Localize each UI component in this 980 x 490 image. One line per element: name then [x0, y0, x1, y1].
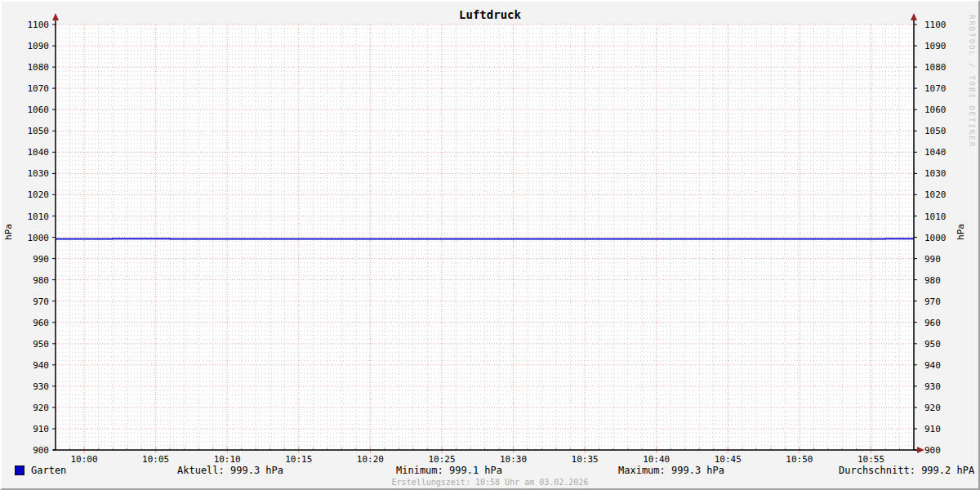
svg-text:950: 950	[33, 339, 49, 350]
svg-text:930: 930	[33, 381, 49, 392]
svg-text:910: 910	[924, 424, 941, 434]
rrdtool-graph: Luftdruck 110010901080107010601050104010…	[0, 0, 980, 490]
y-axis-arrow-right	[911, 13, 917, 20]
stat-maximum: Maximum: 999.3 hPa	[618, 465, 724, 476]
svg-text:1010: 1010	[28, 212, 50, 222]
stat-minimum: Minimum: 999.1 hPa	[396, 465, 502, 476]
svg-text:1020: 1020	[28, 189, 50, 200]
legend-swatch-garten	[15, 466, 24, 475]
svg-text:1040: 1040	[924, 147, 947, 158]
svg-text:1000: 1000	[28, 233, 50, 243]
stat-durchschnitt: Durchschnitt: 999.2 hPA	[839, 465, 974, 476]
svg-text:1090: 1090	[28, 41, 50, 51]
stat-aktuell: Aktuell: 999.3 hPa	[177, 465, 283, 476]
svg-text:10:45: 10:45	[715, 454, 742, 465]
svg-text:1030: 1030	[28, 168, 50, 179]
legend-label-garten: Garten	[31, 465, 66, 476]
svg-text:10:55: 10:55	[858, 454, 884, 465]
svg-text:1010: 1010	[924, 212, 947, 222]
svg-text:1050: 1050	[28, 126, 50, 136]
svg-text:1030: 1030	[924, 168, 947, 179]
svg-text:1040: 1040	[28, 147, 50, 158]
svg-text:10:25: 10:25	[428, 454, 455, 465]
y-axis-label-right: hPa	[956, 224, 966, 240]
svg-text:1070: 1070	[28, 83, 50, 94]
svg-text:990: 990	[924, 254, 941, 265]
svg-text:920: 920	[924, 403, 941, 413]
svg-text:10:20: 10:20	[357, 454, 384, 465]
svg-text:990: 990	[33, 254, 49, 265]
svg-text:980: 980	[924, 275, 941, 286]
svg-text:1100: 1100	[28, 20, 50, 30]
svg-text:1020: 1020	[924, 189, 947, 200]
svg-text:1080: 1080	[924, 62, 947, 73]
svg-text:1060: 1060	[924, 105, 947, 115]
svg-text:910: 910	[33, 424, 49, 434]
legend-row: Garten Aktuell: 999.3 hPa Minimum: 999.1…	[2, 465, 978, 478]
x-axis-arrow	[917, 447, 924, 453]
chart-plot-area: 1100109010801070106010501040103010201010…	[2, 2, 980, 490]
svg-text:980: 980	[33, 275, 49, 286]
svg-text:940: 940	[33, 360, 49, 371]
svg-text:1050: 1050	[924, 126, 947, 136]
svg-text:970: 970	[33, 296, 49, 307]
svg-text:940: 940	[924, 360, 941, 371]
svg-text:10:10: 10:10	[214, 454, 241, 465]
y-axis-label-left: hPa	[3, 224, 14, 240]
svg-text:1090: 1090	[924, 41, 947, 51]
svg-text:970: 970	[924, 296, 941, 307]
svg-text:10:05: 10:05	[142, 454, 169, 465]
x-tick-labels: 10:0010:0510:1010:1510:2010:2510:3010:35…	[70, 454, 884, 465]
svg-text:1060: 1060	[28, 105, 50, 115]
svg-text:10:00: 10:00	[70, 454, 97, 465]
rrdtool-watermark: RRDTOOL / TOBI OETIKER	[968, 15, 976, 148]
svg-text:10:15: 10:15	[285, 454, 312, 465]
svg-text:10:30: 10:30	[500, 454, 527, 465]
y-axis-arrow-left	[52, 13, 59, 20]
svg-text:950: 950	[924, 339, 941, 350]
svg-text:10:50: 10:50	[786, 454, 813, 465]
creation-timestamp: Erstellungszeit: 10:58 Uhr am 03.02.2026	[2, 478, 978, 487]
svg-text:1080: 1080	[28, 62, 50, 73]
svg-text:1100: 1100	[924, 20, 947, 30]
y-tick-labels-right: 1100109010801070106010501040103010201010…	[924, 20, 947, 456]
svg-text:1000: 1000	[924, 233, 947, 243]
svg-text:960: 960	[33, 318, 49, 328]
svg-text:930: 930	[924, 381, 941, 392]
svg-text:10:40: 10:40	[643, 454, 670, 465]
svg-text:10:35: 10:35	[572, 454, 599, 465]
y-tick-labels-left: 1100109010801070106010501040103010201010…	[28, 20, 50, 456]
svg-text:1070: 1070	[924, 83, 947, 94]
svg-text:920: 920	[33, 403, 49, 413]
svg-text:900: 900	[924, 445, 941, 456]
svg-text:960: 960	[924, 318, 941, 328]
svg-text:900: 900	[33, 445, 49, 456]
